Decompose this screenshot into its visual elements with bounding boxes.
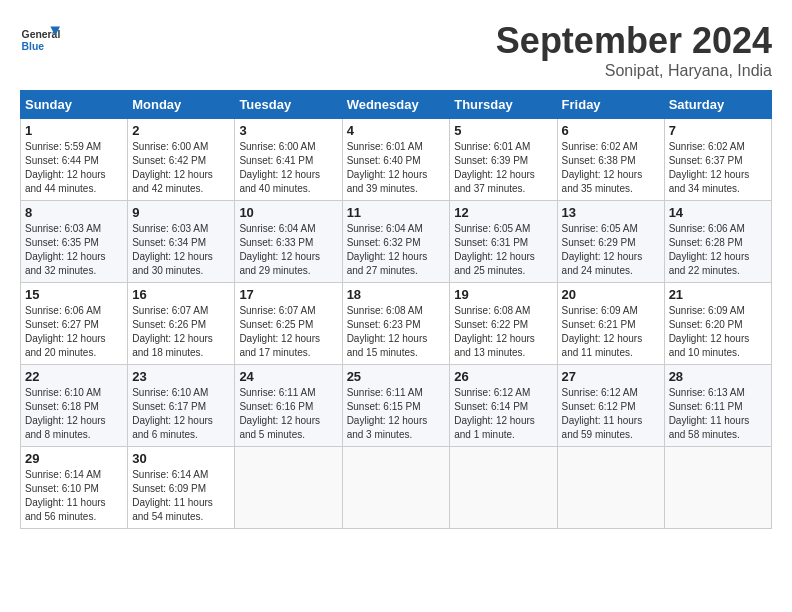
calendar-week-row: 22Sunrise: 6:10 AMSunset: 6:18 PMDayligh…: [21, 365, 772, 447]
calendar-week-row: 15Sunrise: 6:06 AMSunset: 6:27 PMDayligh…: [21, 283, 772, 365]
day-number: 17: [239, 287, 337, 302]
day-info: Sunrise: 6:13 AMSunset: 6:11 PMDaylight:…: [669, 386, 767, 442]
calendar-day-cell: 9Sunrise: 6:03 AMSunset: 6:34 PMDaylight…: [128, 201, 235, 283]
day-info: Sunrise: 6:08 AMSunset: 6:22 PMDaylight:…: [454, 304, 552, 360]
day-info: Sunrise: 6:12 AMSunset: 6:14 PMDaylight:…: [454, 386, 552, 442]
calendar-day-cell: 8Sunrise: 6:03 AMSunset: 6:35 PMDaylight…: [21, 201, 128, 283]
day-info: Sunrise: 6:02 AMSunset: 6:37 PMDaylight:…: [669, 140, 767, 196]
day-info: Sunrise: 6:10 AMSunset: 6:18 PMDaylight:…: [25, 386, 123, 442]
calendar-day-cell: 27Sunrise: 6:12 AMSunset: 6:12 PMDayligh…: [557, 365, 664, 447]
day-info: Sunrise: 6:14 AMSunset: 6:10 PMDaylight:…: [25, 468, 123, 524]
day-number: 7: [669, 123, 767, 138]
calendar-day-cell: 1Sunrise: 5:59 AMSunset: 6:44 PMDaylight…: [21, 119, 128, 201]
day-info: Sunrise: 6:04 AMSunset: 6:33 PMDaylight:…: [239, 222, 337, 278]
day-info: Sunrise: 6:03 AMSunset: 6:35 PMDaylight:…: [25, 222, 123, 278]
calendar-day-cell: 15Sunrise: 6:06 AMSunset: 6:27 PMDayligh…: [21, 283, 128, 365]
weekday-header-cell: Thursday: [450, 91, 557, 119]
calendar-day-cell: 21Sunrise: 6:09 AMSunset: 6:20 PMDayligh…: [664, 283, 771, 365]
calendar-day-cell: 2Sunrise: 6:00 AMSunset: 6:42 PMDaylight…: [128, 119, 235, 201]
calendar-table: SundayMondayTuesdayWednesdayThursdayFrid…: [20, 90, 772, 529]
day-info: Sunrise: 6:11 AMSunset: 6:16 PMDaylight:…: [239, 386, 337, 442]
calendar-body: 1Sunrise: 5:59 AMSunset: 6:44 PMDaylight…: [21, 119, 772, 529]
weekday-header-cell: Sunday: [21, 91, 128, 119]
day-number: 29: [25, 451, 123, 466]
calendar-week-row: 1Sunrise: 5:59 AMSunset: 6:44 PMDaylight…: [21, 119, 772, 201]
calendar-day-cell: 23Sunrise: 6:10 AMSunset: 6:17 PMDayligh…: [128, 365, 235, 447]
day-info: Sunrise: 6:08 AMSunset: 6:23 PMDaylight:…: [347, 304, 446, 360]
calendar-day-cell: 12Sunrise: 6:05 AMSunset: 6:31 PMDayligh…: [450, 201, 557, 283]
day-info: Sunrise: 6:05 AMSunset: 6:29 PMDaylight:…: [562, 222, 660, 278]
day-number: 27: [562, 369, 660, 384]
day-info: Sunrise: 6:02 AMSunset: 6:38 PMDaylight:…: [562, 140, 660, 196]
calendar-day-cell: 10Sunrise: 6:04 AMSunset: 6:33 PMDayligh…: [235, 201, 342, 283]
location: Sonipat, Haryana, India: [496, 62, 772, 80]
day-info: Sunrise: 6:03 AMSunset: 6:34 PMDaylight:…: [132, 222, 230, 278]
day-number: 20: [562, 287, 660, 302]
svg-text:Blue: Blue: [22, 41, 45, 52]
day-info: Sunrise: 6:01 AMSunset: 6:39 PMDaylight:…: [454, 140, 552, 196]
day-number: 13: [562, 205, 660, 220]
weekday-header-row: SundayMondayTuesdayWednesdayThursdayFrid…: [21, 91, 772, 119]
calendar-day-cell: [664, 447, 771, 529]
day-info: Sunrise: 6:01 AMSunset: 6:40 PMDaylight:…: [347, 140, 446, 196]
month-title: September 2024: [496, 20, 772, 62]
day-number: 15: [25, 287, 123, 302]
day-number: 23: [132, 369, 230, 384]
weekday-header-cell: Tuesday: [235, 91, 342, 119]
weekday-header-cell: Monday: [128, 91, 235, 119]
calendar-day-cell: 20Sunrise: 6:09 AMSunset: 6:21 PMDayligh…: [557, 283, 664, 365]
day-info: Sunrise: 6:07 AMSunset: 6:25 PMDaylight:…: [239, 304, 337, 360]
calendar-day-cell: 14Sunrise: 6:06 AMSunset: 6:28 PMDayligh…: [664, 201, 771, 283]
day-number: 25: [347, 369, 446, 384]
calendar-day-cell: 29Sunrise: 6:14 AMSunset: 6:10 PMDayligh…: [21, 447, 128, 529]
calendar-day-cell: 3Sunrise: 6:00 AMSunset: 6:41 PMDaylight…: [235, 119, 342, 201]
day-info: Sunrise: 6:14 AMSunset: 6:09 PMDaylight:…: [132, 468, 230, 524]
day-number: 19: [454, 287, 552, 302]
calendar-day-cell: 7Sunrise: 6:02 AMSunset: 6:37 PMDaylight…: [664, 119, 771, 201]
calendar-day-cell: [342, 447, 450, 529]
day-info: Sunrise: 6:06 AMSunset: 6:28 PMDaylight:…: [669, 222, 767, 278]
day-number: 3: [239, 123, 337, 138]
logo: General Blue: [20, 20, 64, 60]
calendar-day-cell: 5Sunrise: 6:01 AMSunset: 6:39 PMDaylight…: [450, 119, 557, 201]
day-number: 9: [132, 205, 230, 220]
day-info: Sunrise: 6:04 AMSunset: 6:32 PMDaylight:…: [347, 222, 446, 278]
day-number: 30: [132, 451, 230, 466]
day-number: 24: [239, 369, 337, 384]
day-number: 22: [25, 369, 123, 384]
day-number: 10: [239, 205, 337, 220]
calendar-day-cell: 17Sunrise: 6:07 AMSunset: 6:25 PMDayligh…: [235, 283, 342, 365]
calendar-day-cell: [557, 447, 664, 529]
day-number: 6: [562, 123, 660, 138]
day-number: 5: [454, 123, 552, 138]
day-number: 28: [669, 369, 767, 384]
day-number: 8: [25, 205, 123, 220]
day-info: Sunrise: 5:59 AMSunset: 6:44 PMDaylight:…: [25, 140, 123, 196]
day-info: Sunrise: 6:06 AMSunset: 6:27 PMDaylight:…: [25, 304, 123, 360]
day-number: 4: [347, 123, 446, 138]
day-info: Sunrise: 6:09 AMSunset: 6:21 PMDaylight:…: [562, 304, 660, 360]
logo-icon: General Blue: [20, 20, 60, 60]
day-number: 12: [454, 205, 552, 220]
weekday-header-cell: Wednesday: [342, 91, 450, 119]
day-number: 1: [25, 123, 123, 138]
day-info: Sunrise: 6:00 AMSunset: 6:41 PMDaylight:…: [239, 140, 337, 196]
weekday-header-cell: Friday: [557, 91, 664, 119]
day-number: 26: [454, 369, 552, 384]
calendar-day-cell: 4Sunrise: 6:01 AMSunset: 6:40 PMDaylight…: [342, 119, 450, 201]
calendar-week-row: 8Sunrise: 6:03 AMSunset: 6:35 PMDaylight…: [21, 201, 772, 283]
calendar-day-cell: 6Sunrise: 6:02 AMSunset: 6:38 PMDaylight…: [557, 119, 664, 201]
title-area: September 2024 Sonipat, Haryana, India: [496, 20, 772, 80]
calendar-day-cell: 11Sunrise: 6:04 AMSunset: 6:32 PMDayligh…: [342, 201, 450, 283]
day-info: Sunrise: 6:07 AMSunset: 6:26 PMDaylight:…: [132, 304, 230, 360]
calendar-day-cell: 30Sunrise: 6:14 AMSunset: 6:09 PMDayligh…: [128, 447, 235, 529]
calendar-day-cell: 22Sunrise: 6:10 AMSunset: 6:18 PMDayligh…: [21, 365, 128, 447]
calendar-day-cell: 24Sunrise: 6:11 AMSunset: 6:16 PMDayligh…: [235, 365, 342, 447]
calendar-day-cell: 25Sunrise: 6:11 AMSunset: 6:15 PMDayligh…: [342, 365, 450, 447]
calendar-day-cell: 26Sunrise: 6:12 AMSunset: 6:14 PMDayligh…: [450, 365, 557, 447]
calendar-day-cell: 18Sunrise: 6:08 AMSunset: 6:23 PMDayligh…: [342, 283, 450, 365]
day-info: Sunrise: 6:10 AMSunset: 6:17 PMDaylight:…: [132, 386, 230, 442]
day-number: 11: [347, 205, 446, 220]
calendar-day-cell: [235, 447, 342, 529]
calendar-day-cell: 28Sunrise: 6:13 AMSunset: 6:11 PMDayligh…: [664, 365, 771, 447]
